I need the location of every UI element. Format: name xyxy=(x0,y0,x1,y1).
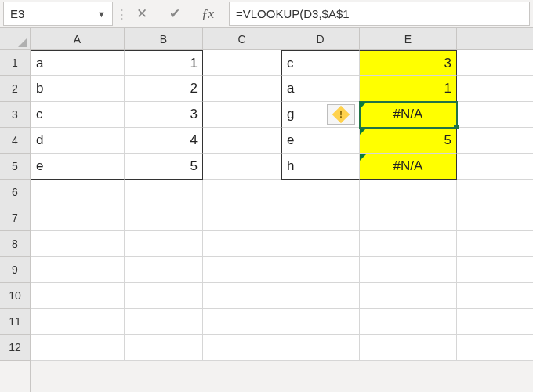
cell-E8[interactable] xyxy=(360,231,457,257)
cell-A7[interactable] xyxy=(31,205,125,231)
cell-C4[interactable] xyxy=(203,128,281,154)
cell-D1[interactable]: c xyxy=(281,50,360,76)
cell-E2[interactable]: 1 xyxy=(360,76,457,102)
cell-A11[interactable] xyxy=(31,309,125,335)
cell-F11[interactable] xyxy=(457,309,533,335)
row-header-12[interactable]: 12 xyxy=(0,335,30,361)
cell-F12[interactable] xyxy=(457,335,533,361)
cell-F8[interactable] xyxy=(457,231,533,257)
row-header-6[interactable]: 6 xyxy=(0,180,30,205)
cell-A4[interactable]: d xyxy=(31,128,125,154)
row-header-8[interactable]: 8 xyxy=(0,231,30,257)
cell-F1[interactable] xyxy=(457,50,533,76)
cell-D5[interactable]: h xyxy=(281,154,360,180)
column-header-C[interactable]: C xyxy=(203,28,281,49)
cell-B9[interactable] xyxy=(125,257,203,283)
cell-C3[interactable] xyxy=(203,102,281,128)
column-header-F[interactable] xyxy=(457,28,533,49)
cell-C10[interactable] xyxy=(203,283,281,309)
row-header-1[interactable]: 1 xyxy=(0,50,30,76)
cell-C8[interactable] xyxy=(203,231,281,257)
cell-B12[interactable] xyxy=(125,335,203,361)
cell-B4[interactable]: 4 xyxy=(125,128,203,154)
cell-E11[interactable] xyxy=(360,309,457,335)
cell-D7[interactable] xyxy=(281,205,360,231)
cell-E3[interactable]: ! #N/A xyxy=(360,102,457,128)
formula-input[interactable]: =VLOOKUP(D3,$A$1 xyxy=(229,2,530,26)
name-box-dropdown-icon[interactable]: ▼ xyxy=(97,9,106,19)
cell-D12[interactable] xyxy=(281,335,360,361)
error-indicator-button[interactable]: ! xyxy=(327,104,355,125)
row-header-11[interactable]: 11 xyxy=(0,309,30,335)
cell-D9[interactable] xyxy=(281,257,360,283)
row-header-4[interactable]: 4 xyxy=(0,128,30,154)
cell-A9[interactable] xyxy=(31,257,125,283)
cell-E6[interactable] xyxy=(360,180,457,205)
cell-D4[interactable]: e xyxy=(281,128,360,154)
cell-F7[interactable] xyxy=(457,205,533,231)
cell-C2[interactable] xyxy=(203,76,281,102)
cell-A5[interactable]: e xyxy=(31,154,125,180)
column-header-E[interactable]: E xyxy=(360,28,457,49)
column-headers: A B C D E xyxy=(31,28,533,50)
cell-B1[interactable]: 1 xyxy=(125,50,203,76)
cell-A6[interactable] xyxy=(31,180,125,205)
cell-E4[interactable]: 5 xyxy=(360,128,457,154)
cell-C12[interactable] xyxy=(203,335,281,361)
cell-A3[interactable]: c xyxy=(31,102,125,128)
cell-E10[interactable] xyxy=(360,283,457,309)
column-header-D[interactable]: D xyxy=(281,28,360,49)
cell-E9[interactable] xyxy=(360,257,457,283)
row-header-3[interactable]: 3 xyxy=(0,102,30,128)
row-header-10[interactable]: 10 xyxy=(0,283,30,309)
cell-F2[interactable] xyxy=(457,76,533,102)
warning-icon: ! xyxy=(332,106,350,124)
cell-B8[interactable] xyxy=(125,231,203,257)
cell-C9[interactable] xyxy=(203,257,281,283)
cell-D10[interactable] xyxy=(281,283,360,309)
cell-C1[interactable] xyxy=(203,50,281,76)
cell-A12[interactable] xyxy=(31,335,125,361)
cell-B5[interactable]: 5 xyxy=(125,154,203,180)
cell-B10[interactable] xyxy=(125,283,203,309)
cell-B6[interactable] xyxy=(125,180,203,205)
row-header-5[interactable]: 5 xyxy=(0,154,30,180)
cell-C7[interactable] xyxy=(203,205,281,231)
cell-C6[interactable] xyxy=(203,180,281,205)
cell-E3-value: #N/A xyxy=(393,107,423,122)
cell-C11[interactable] xyxy=(203,309,281,335)
cell-A1[interactable]: a xyxy=(31,50,125,76)
cell-B11[interactable] xyxy=(125,309,203,335)
cell-E12[interactable] xyxy=(360,335,457,361)
cell-D6[interactable] xyxy=(281,180,360,205)
cell-A10[interactable] xyxy=(31,283,125,309)
cell-F9[interactable] xyxy=(457,257,533,283)
row-header-2[interactable]: 2 xyxy=(0,76,30,102)
name-box[interactable]: E3 ▼ xyxy=(3,2,113,26)
cell-A8[interactable] xyxy=(31,231,125,257)
cell-B2[interactable]: 2 xyxy=(125,76,203,102)
cell-D2[interactable]: a xyxy=(281,76,360,102)
cell-C5[interactable] xyxy=(203,154,281,180)
cell-B3[interactable]: 3 xyxy=(125,102,203,128)
cell-E5[interactable]: #N/A xyxy=(360,154,457,180)
cell-B7[interactable] xyxy=(125,205,203,231)
column-header-A[interactable]: A xyxy=(31,28,125,49)
insert-function-button[interactable]: ƒx xyxy=(191,2,224,26)
confirm-formula-button[interactable]: ✔ xyxy=(158,2,191,26)
row-header-9[interactable]: 9 xyxy=(0,257,30,283)
cell-F6[interactable] xyxy=(457,180,533,205)
cell-A2[interactable]: b xyxy=(31,76,125,102)
column-header-B[interactable]: B xyxy=(125,28,203,49)
cell-F5[interactable] xyxy=(457,154,533,180)
cell-E1[interactable]: 3 xyxy=(360,50,457,76)
row-header-7[interactable]: 7 xyxy=(0,205,30,231)
cell-F4[interactable] xyxy=(457,128,533,154)
cancel-formula-button[interactable]: ✕ xyxy=(125,2,158,26)
cell-F3[interactable] xyxy=(457,102,533,128)
select-all-button[interactable] xyxy=(0,28,30,50)
cell-E7[interactable] xyxy=(360,205,457,231)
cell-D8[interactable] xyxy=(281,231,360,257)
cell-F10[interactable] xyxy=(457,283,533,309)
cell-D11[interactable] xyxy=(281,309,360,335)
